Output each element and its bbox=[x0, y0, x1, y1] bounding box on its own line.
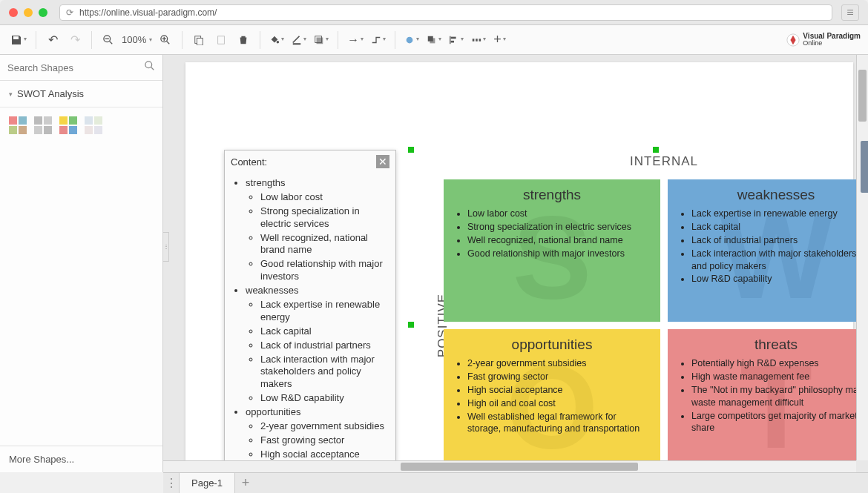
swot-item: 2-year government subsidies bbox=[467, 357, 650, 370]
format-panel-expand-handle[interactable] bbox=[861, 141, 868, 193]
close-window[interactable] bbox=[9, 8, 18, 17]
distribute-button[interactable] bbox=[468, 30, 489, 50]
swot-item: The "Not in my backyard" philosophy make… bbox=[691, 384, 856, 409]
swot-weaknesses-title: weaknesses bbox=[678, 187, 856, 203]
shape-palette bbox=[0, 107, 162, 143]
search-input[interactable] bbox=[7, 62, 145, 73]
svg-rect-36 bbox=[59, 126, 68, 134]
shadow-button[interactable] bbox=[311, 30, 332, 50]
swot-shape-2[interactable] bbox=[34, 116, 52, 134]
style-preset-button[interactable] bbox=[401, 30, 422, 50]
svg-point-24 bbox=[145, 62, 152, 68]
swot-weaknesses-box[interactable]: W weaknesses Lack expertise in renewable… bbox=[668, 179, 856, 322]
svg-rect-28 bbox=[9, 126, 17, 134]
swot-item: Well recognized, national brand name bbox=[467, 234, 650, 247]
swot-item: Large competitors get majority of market… bbox=[691, 410, 856, 435]
align-button[interactable] bbox=[446, 30, 467, 50]
add-page-button[interactable]: + bbox=[235, 473, 256, 494]
swot-item: High social acceptance bbox=[467, 384, 650, 397]
swot-item: Low R&D capability bbox=[691, 273, 856, 285]
selection-handle[interactable] bbox=[408, 147, 414, 153]
outline-section[interactable]: weaknessesLack expertise in renewable en… bbox=[246, 285, 389, 405]
more-shapes-button[interactable]: More Shapes... bbox=[0, 446, 162, 472]
minimize-window[interactable] bbox=[24, 8, 33, 17]
zoom-in-button[interactable] bbox=[155, 30, 176, 50]
canvas-area: Content: ✕ strengthsLow labor costStrong… bbox=[163, 55, 868, 472]
tab-page-1[interactable]: Page-1 bbox=[180, 473, 235, 494]
browser-chrome: ⟳ https://online.visual-paradigm.com/ ≡ bbox=[0, 0, 868, 25]
swot-item: Fast growing sector bbox=[467, 371, 650, 383]
brand-logo[interactable]: Visual ParadigmOnline bbox=[786, 33, 861, 47]
swot-threats-title: threats bbox=[678, 337, 856, 353]
outline-item[interactable]: Lack expertise in renewable energy bbox=[260, 299, 389, 324]
browser-menu-button[interactable]: ≡ bbox=[841, 4, 859, 21]
reload-icon[interactable]: ⟳ bbox=[66, 7, 73, 18]
zoom-out-button[interactable] bbox=[98, 30, 119, 50]
swot-shape-1[interactable] bbox=[9, 116, 27, 134]
content-panel-title: Content: bbox=[231, 156, 267, 168]
svg-rect-37 bbox=[69, 126, 77, 134]
selection-handle[interactable] bbox=[653, 147, 659, 153]
swot-shape-4[interactable] bbox=[85, 116, 102, 134]
close-icon[interactable]: ✕ bbox=[376, 155, 389, 168]
svg-rect-29 bbox=[19, 126, 27, 134]
outline-item[interactable]: Lack interaction with major stakeholders… bbox=[260, 354, 389, 391]
outline-item[interactable]: Well recognized, national brand name bbox=[260, 232, 389, 257]
zoom-level[interactable]: 100% bbox=[119, 34, 155, 45]
svg-rect-27 bbox=[19, 116, 27, 125]
svg-rect-41 bbox=[94, 126, 102, 134]
swot-item: Lack of industrial partners bbox=[691, 234, 856, 247]
save-button[interactable] bbox=[7, 30, 30, 50]
canvas-viewport[interactable]: Content: ✕ strengthsLow labor costStrong… bbox=[163, 55, 856, 460]
swot-opportunities-box[interactable]: O opportunities 2-year government subsid… bbox=[444, 329, 660, 460]
outline-section[interactable]: strengthsLow labor costStrong specializa… bbox=[246, 177, 389, 283]
swot-diagram[interactable]: INTERNAL EXTERNAL POSITIVE NEGATIVE S st… bbox=[423, 159, 856, 460]
swot-shape-3[interactable] bbox=[59, 116, 77, 134]
outline-item[interactable]: Strong specialization in electric servic… bbox=[260, 205, 389, 231]
undo-button[interactable]: ↶ bbox=[42, 30, 63, 50]
swot-item: Well established legal framework for sto… bbox=[467, 411, 650, 436]
svg-line-4 bbox=[167, 41, 170, 44]
workspace: SWOT Analysis More Shapes... Content: ✕ … bbox=[0, 55, 868, 472]
outline-item[interactable]: 2-year government subsidies bbox=[260, 420, 389, 433]
maximize-window[interactable] bbox=[39, 8, 47, 17]
outline-item[interactable]: Lack capital bbox=[260, 325, 389, 338]
search-icon[interactable] bbox=[145, 61, 155, 74]
svg-rect-31 bbox=[44, 116, 52, 125]
outline-item[interactable]: Low labor cost bbox=[260, 191, 389, 204]
outline-item[interactable]: Good relationship with major investors bbox=[260, 258, 389, 283]
outline-item[interactable]: Low R&D capability bbox=[260, 392, 389, 405]
redo-button: ↷ bbox=[65, 30, 85, 50]
svg-rect-33 bbox=[44, 126, 52, 134]
outline-section[interactable]: opportunities2-year government subsidies… bbox=[246, 406, 389, 460]
add-button[interactable]: + bbox=[490, 30, 509, 50]
palette-header[interactable]: SWOT Analysis bbox=[0, 81, 162, 107]
copy-button[interactable] bbox=[188, 30, 209, 50]
swot-strengths-box[interactable]: S strengths Low labor costStrong special… bbox=[444, 179, 660, 322]
canvas-paper[interactable]: Content: ✕ strengthsLow labor costStrong… bbox=[185, 62, 853, 460]
svg-rect-30 bbox=[34, 116, 42, 125]
tab-drag-handle[interactable]: ⋮ bbox=[163, 473, 180, 494]
outline-item[interactable]: Fast growing sector bbox=[260, 434, 389, 447]
outline-item[interactable]: High social acceptance bbox=[260, 449, 389, 460]
line-color-button[interactable] bbox=[289, 30, 309, 50]
fill-color-button[interactable] bbox=[266, 30, 287, 50]
connector-button[interactable]: → bbox=[344, 30, 366, 50]
svg-rect-11 bbox=[293, 43, 301, 44]
scrollbar-thumb[interactable] bbox=[401, 463, 638, 471]
address-bar[interactable]: ⟳ https://online.visual-paradigm.com/ bbox=[59, 4, 832, 21]
vertical-scrollbar[interactable] bbox=[856, 55, 868, 460]
horizontal-scrollbar[interactable] bbox=[163, 460, 856, 472]
waypoint-button[interactable] bbox=[368, 30, 389, 50]
selection-handle[interactable] bbox=[408, 322, 414, 328]
content-outline-panel[interactable]: Content: ✕ strengthsLow labor costStrong… bbox=[224, 150, 396, 460]
svg-line-1 bbox=[110, 41, 113, 44]
arrange-front-button[interactable] bbox=[424, 30, 444, 50]
scrollbar-thumb[interactable] bbox=[858, 70, 867, 122]
swot-item: Lack interaction with major stakeholders… bbox=[691, 248, 856, 273]
sidebar-collapse-handle[interactable]: ⋮ bbox=[163, 232, 169, 262]
outline-item[interactable]: Lack of industrial partners bbox=[260, 340, 389, 352]
swot-threats-box[interactable]: T threats Potentially high R&D expensesH… bbox=[668, 329, 856, 460]
content-panel-body[interactable]: strengthsLow labor costStrong specializa… bbox=[225, 173, 395, 460]
delete-button[interactable] bbox=[233, 30, 254, 50]
